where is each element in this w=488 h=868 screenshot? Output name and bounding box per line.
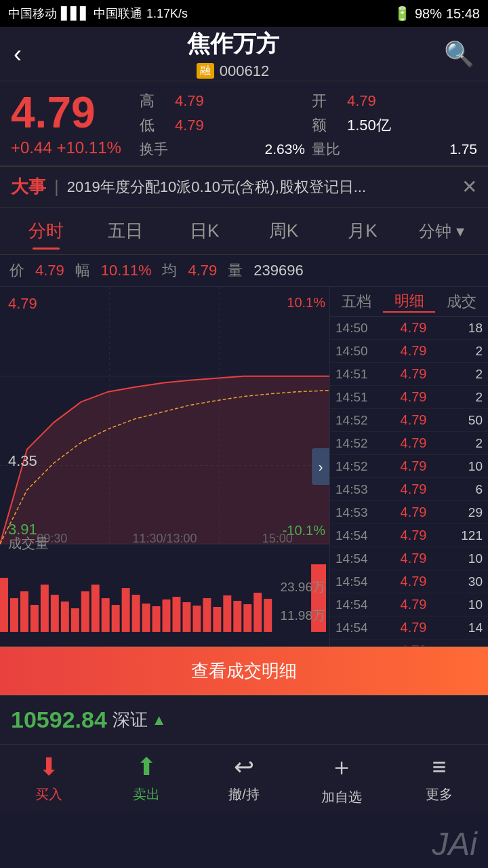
stock-code: 000612 <box>220 62 269 80</box>
index-name-row: 深证 ▲ <box>113 708 167 732</box>
price-change-pct: +10.11% <box>56 138 121 157</box>
trade-price: 4.79 <box>382 366 445 382</box>
trade-row: 14:544.7910 <box>330 547 488 570</box>
cancel-hold-label: 撤/持 <box>228 785 260 804</box>
tab-minute[interactable]: 分钟 ▾ <box>402 214 481 249</box>
side-tab-five-tier[interactable]: 五档 <box>330 292 383 312</box>
trade-time: 14:54 <box>336 597 382 612</box>
svg-rect-11 <box>41 585 49 632</box>
turnover-label: 换手 <box>140 140 168 159</box>
svg-rect-32 <box>253 593 262 632</box>
back-button[interactable]: ‹ <box>14 40 22 68</box>
trade-time: 14:50 <box>336 344 382 359</box>
pi-range-val: 10.11% <box>101 262 152 279</box>
side-panel: 五档 明细 成交 14:504.791814:504.79214:514.792… <box>330 287 488 646</box>
trade-row: 14:524.7950 <box>330 409 488 432</box>
svg-rect-23 <box>163 599 171 632</box>
banner-text: 2019年度分配10派0.10元(含税),股权登记日... <box>67 177 453 197</box>
buy-button[interactable]: ⬇ 买入 <box>0 745 98 812</box>
svg-rect-26 <box>192 606 201 632</box>
chart-container: 4.79 4.35 3.91 10.1% -10.1% 09:30 11:30/… <box>0 287 488 646</box>
trade-price: 4.79 <box>382 389 445 405</box>
trade-price: 4.79 <box>382 551 445 566</box>
trade-volume: 29 <box>445 505 483 520</box>
svg-rect-31 <box>243 604 251 632</box>
trade-volume: 2 <box>445 390 483 405</box>
trade-row: 14:524.7910 <box>330 455 488 478</box>
side-tabs: 五档 明细 成交 <box>330 287 488 317</box>
price-info-bar: 价 4.79 幅 10.11% 均 4.79 量 239696 <box>0 255 488 287</box>
price-main: 4.79 +0.44 +10.11% <box>11 91 133 157</box>
price-details: 高 4.79 开 4.79 低 4.79 额 1.50亿 换手 2.63% 量比… <box>133 91 477 159</box>
side-tab-detail[interactable]: 明细 <box>383 291 436 313</box>
trade-row: 14:554.7920 <box>330 639 488 646</box>
trade-price: 4.79 <box>382 528 445 543</box>
banner-tag: 大事 <box>11 175 46 199</box>
svg-rect-22 <box>152 606 161 632</box>
chart-vol-max: 23.96万 <box>280 578 325 596</box>
trade-row: 14:504.792 <box>330 340 488 363</box>
pi-price-val: 4.79 <box>35 262 64 279</box>
carrier1: 中国移动 <box>8 5 57 22</box>
sell-icon: ⬆ <box>136 753 157 781</box>
status-bar: 中国移动 ▋▋▋ 中国联通 1.17K/s 🔋 98% 15:48 <box>0 0 488 27</box>
chart-vol-label: 成交量 <box>8 534 49 553</box>
banner-close-button[interactable]: ✕ <box>462 176 477 198</box>
svg-rect-33 <box>264 599 272 632</box>
chart-area[interactable]: 4.79 4.35 3.91 10.1% -10.1% 09:30 11:30/… <box>0 287 330 646</box>
trade-time: 14:53 <box>336 482 382 497</box>
trade-volume: 14 <box>445 620 483 635</box>
more-button[interactable]: ≡ 更多 <box>390 745 488 812</box>
pi-vol-label: 量 <box>228 260 243 281</box>
buy-label: 买入 <box>35 785 62 804</box>
stock-code-row: 融 000612 <box>22 62 444 80</box>
tab-wuri[interactable]: 五日 <box>86 212 165 250</box>
svg-rect-15 <box>81 591 89 632</box>
view-detail-button[interactable]: 查看成交明细 <box>0 646 488 695</box>
add-watchlist-button[interactable]: ＋ 加自选 <box>293 745 390 812</box>
low-val: 4.79 <box>175 117 305 134</box>
header: ‹ 焦作万方 融 000612 🔍 <box>0 27 488 81</box>
time-label-mid: 11:30/13:00 <box>132 532 197 546</box>
tab-dayk[interactable]: 日K <box>165 212 244 250</box>
svg-rect-30 <box>233 601 241 632</box>
svg-rect-29 <box>223 595 231 632</box>
trade-price: 4.79 <box>382 643 445 646</box>
trade-row: 14:534.7929 <box>330 501 488 524</box>
more-icon: ≡ <box>432 753 446 781</box>
trade-row: 14:504.7918 <box>330 317 488 340</box>
trade-volume: 30 <box>445 574 483 589</box>
svg-rect-27 <box>203 598 211 632</box>
carrier2: 中国联通 <box>94 5 142 22</box>
tab-zhouk[interactable]: 周K <box>244 212 323 250</box>
status-left: 中国移动 ▋▋▋ 中国联通 1.17K/s <box>8 5 188 22</box>
trade-price: 4.79 <box>382 620 445 635</box>
side-tab-trades[interactable]: 成交 <box>435 292 488 312</box>
sell-button[interactable]: ⬆ 卖出 <box>98 745 195 812</box>
more-label: 更多 <box>426 785 453 804</box>
trade-volume: 10 <box>445 597 483 612</box>
trade-price: 4.79 <box>382 320 445 336</box>
index-value: 10592.84 <box>11 707 107 733</box>
jai-watermark: JAi <box>421 820 488 868</box>
tab-yuek[interactable]: 月K <box>323 212 403 250</box>
index-bar: 10592.84 深证 ▲ <box>0 695 488 744</box>
rong-badge: 融 <box>197 63 214 79</box>
svg-rect-12 <box>51 595 59 632</box>
trade-volume: 2 <box>445 367 483 382</box>
time-display: 15:48 <box>446 6 480 22</box>
svg-rect-14 <box>71 608 79 632</box>
chart-collapse-button[interactable]: › <box>312 448 329 485</box>
open-label: 开 <box>312 91 340 111</box>
search-button[interactable]: 🔍 <box>444 40 474 68</box>
svg-rect-24 <box>172 597 180 632</box>
index-name: 深证 <box>113 708 148 732</box>
tab-fenshi[interactable]: 分时 <box>7 212 86 250</box>
add-watchlist-icon: ＋ <box>329 751 354 784</box>
header-title: 焦作万方 融 000612 <box>22 28 444 80</box>
trade-price: 4.79 <box>382 343 445 359</box>
speed: 1.17K/s <box>146 7 188 21</box>
bottom-toolbar: ⬇ 买入 ⬆ 卖出 ↩ 撤/持 ＋ 加自选 ≡ 更多 <box>0 744 488 812</box>
trade-price: 4.79 <box>382 435 445 451</box>
cancel-hold-button[interactable]: ↩ 撤/持 <box>195 745 293 812</box>
